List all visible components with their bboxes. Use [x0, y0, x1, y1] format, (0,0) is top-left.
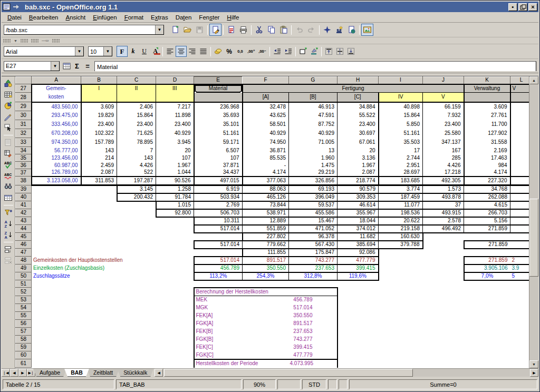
- cell-K47[interactable]: [464, 249, 510, 257]
- cell-C52[interactable]: [117, 288, 156, 296]
- cell-K28[interactable]: [464, 93, 510, 102]
- cell-E58[interactable]: FGK[B]: [194, 336, 289, 344]
- underline-icon[interactable]: U: [139, 46, 150, 57]
- cell-L49[interactable]: 3.9: [510, 264, 529, 272]
- gallery-icon[interactable]: [361, 24, 373, 36]
- cell-J42[interactable]: 493.915: [423, 209, 464, 217]
- row-header-29[interactable]: 29: [16, 102, 32, 111]
- cell-C30[interactable]: 15.864: [117, 111, 156, 120]
- cell-E57[interactable]: FEK[B]: [194, 328, 289, 336]
- cell-J59[interactable]: [423, 344, 464, 351]
- cell-I60[interactable]: [379, 351, 423, 359]
- cell-B54[interactable]: [81, 304, 117, 312]
- cell-I43[interactable]: 20.622: [379, 217, 423, 225]
- cell-K54[interactable]: [464, 304, 510, 312]
- cell-B38[interactable]: 311.853: [81, 177, 117, 185]
- cell-D28[interactable]: [156, 93, 194, 102]
- cell-C40[interactable]: 200.432: [117, 193, 156, 201]
- sheet-tab-bab[interactable]: BAB: [64, 369, 89, 377]
- cell-I49[interactable]: [379, 264, 423, 272]
- menu-fenster[interactable]: Fenster: [195, 13, 223, 22]
- cell-D34[interactable]: 20: [156, 147, 194, 154]
- cell-F30[interactable]: 43.625: [243, 111, 289, 120]
- cell-B34[interactable]: 143: [81, 147, 117, 154]
- cell-L39[interactable]: [510, 185, 529, 193]
- cell-D44[interactable]: [156, 225, 194, 233]
- cell-G46[interactable]: 567.430: [289, 241, 338, 249]
- cell-C46[interactable]: [117, 241, 156, 249]
- cell-H42[interactable]: 355.967: [338, 209, 379, 217]
- cell-G53[interactable]: 456.789: [289, 296, 338, 304]
- cell-J56[interactable]: [423, 320, 464, 328]
- cell-F39[interactable]: 88.063: [243, 185, 289, 193]
- cell-J61[interactable]: [423, 359, 464, 368]
- cell-reference-input[interactable]: [4, 62, 51, 70]
- cell-B31[interactable]: 23.400: [81, 120, 117, 129]
- row-header-50[interactable]: 50: [16, 272, 32, 280]
- row-header-40[interactable]: 40: [16, 193, 32, 201]
- cell-C51[interactable]: [117, 280, 156, 288]
- cell-F32[interactable]: 40.929: [243, 129, 289, 138]
- cell-B61[interactable]: [81, 359, 117, 368]
- cell-L33[interactable]: [510, 138, 529, 147]
- cell-K37[interactable]: 4.174: [464, 169, 510, 177]
- cell-L30[interactable]: [510, 111, 529, 120]
- cell-F48[interactable]: 891.517: [243, 257, 289, 264]
- cell-L43[interactable]: [510, 217, 529, 225]
- menu-daten[interactable]: Daten: [172, 13, 196, 22]
- cell-K30[interactable]: 27.761: [464, 111, 510, 120]
- cell-J32[interactable]: 25.580: [423, 129, 464, 138]
- cell-G55[interactable]: 350.550: [289, 312, 338, 320]
- font-name-input[interactable]: [4, 47, 75, 55]
- cell-E56[interactable]: FGK[A]: [194, 320, 289, 328]
- cell-G38[interactable]: 326.856: [289, 177, 338, 185]
- cell-B52[interactable]: [81, 288, 117, 296]
- cell-I54[interactable]: [379, 304, 423, 312]
- cell-I42[interactable]: 198.536: [379, 209, 423, 217]
- cell-A30[interactable]: 293.475,00: [32, 111, 81, 120]
- cell-L53[interactable]: [510, 296, 529, 304]
- row-header-47[interactable]: 47: [16, 249, 32, 257]
- cell-H56[interactable]: [338, 320, 379, 328]
- cell-L57[interactable]: [510, 328, 529, 336]
- italic-icon[interactable]: k: [128, 46, 139, 57]
- cell-I34[interactable]: 17: [379, 147, 423, 154]
- cell-I57[interactable]: [379, 328, 423, 336]
- cell-J54[interactable]: [423, 304, 464, 312]
- cell-C53[interactable]: [117, 296, 156, 304]
- cell-B28[interactable]: [81, 93, 117, 102]
- col-header-F[interactable]: F: [243, 77, 289, 84]
- row-header-53[interactable]: 53: [16, 296, 32, 304]
- cell-I51[interactable]: [379, 280, 423, 288]
- align-center-icon[interactable]: [176, 46, 187, 57]
- cell-J43[interactable]: 2.578: [423, 217, 464, 225]
- align-right-icon[interactable]: [187, 46, 198, 57]
- cell-C28[interactable]: [117, 93, 156, 102]
- cell-G36[interactable]: 1.475: [289, 162, 338, 169]
- cell-K43[interactable]: 5.156: [464, 217, 510, 225]
- cell-J30[interactable]: 7.932: [423, 111, 464, 120]
- cell-I32[interactable]: 51.161: [379, 129, 423, 138]
- cell-E28[interactable]: [194, 93, 243, 102]
- cell-H46[interactable]: 385.694: [338, 241, 379, 249]
- cell-F37[interactable]: 4.174: [243, 169, 289, 177]
- cell-F40[interactable]: 465.126: [243, 193, 289, 201]
- cell-B55[interactable]: [81, 312, 117, 320]
- cell-A41[interactable]: [32, 201, 81, 209]
- cell-C47[interactable]: [117, 249, 156, 257]
- cell-K40[interactable]: 262.088: [464, 193, 510, 201]
- cell-L45[interactable]: [510, 233, 529, 241]
- cell-A28[interactable]: kosten: [32, 93, 81, 102]
- menu-bearbeiten[interactable]: Bearbeiten: [25, 13, 62, 22]
- pin-icon[interactable]: [13, 3, 22, 11]
- hyperlink-icon[interactable]: [345, 24, 358, 36]
- cell-L47[interactable]: [510, 249, 529, 257]
- cell-E35[interactable]: 107: [194, 154, 243, 162]
- cell-J34[interactable]: 167: [423, 147, 464, 154]
- cell-C56[interactable]: [117, 320, 156, 328]
- cell-D37[interactable]: 1.044: [156, 169, 194, 177]
- cell-J31[interactable]: 23.400: [423, 120, 464, 129]
- url-dropdown-icon[interactable]: ▼: [155, 25, 163, 34]
- row-header-27[interactable]: 27: [16, 84, 32, 93]
- cell-E49[interactable]: 456.789: [194, 264, 243, 272]
